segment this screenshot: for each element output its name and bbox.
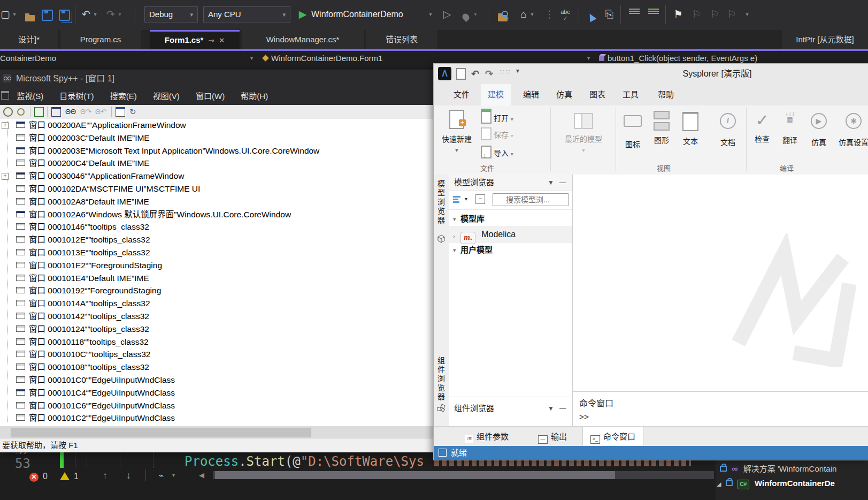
tree-row[interactable]: 窗口 0001014A“”tooltips_class32	[0, 297, 433, 310]
log-messages-icon[interactable]	[3, 107, 13, 117]
tree-row[interactable]: +窗口 000200AE“”ApplicationFrameWindow	[0, 119, 433, 132]
tree-row[interactable]: 窗口 000101C0“”EdgeUiInputWndClass	[0, 374, 433, 387]
solution-explorer-icon[interactable]: ⌂	[518, 7, 529, 21]
tree-row[interactable]: 窗口 00010108“”tooltips_class32	[0, 361, 433, 374]
indent-increase-icon[interactable]	[648, 7, 659, 21]
prev-bookmark-icon[interactable]: ⚐	[691, 7, 702, 21]
tab-component-parameters[interactable]: ⁝≡组件参数	[465, 427, 509, 446]
copy-structure-icon[interactable]: ⎘	[603, 7, 615, 21]
cleanup-dropdown-icon[interactable]: ▾	[172, 472, 175, 478]
spy-titlebar[interactable]: Microsoft Spy++ - [窗口 1]	[0, 70, 433, 87]
spell-check-icon[interactable]: abc✓	[557, 7, 573, 22]
solution-configuration-select[interactable]: Debug▾	[144, 6, 198, 22]
windows-tree-icon[interactable]	[34, 107, 44, 117]
breadcrumb-project-dropdown-icon[interactable]: ▾	[250, 53, 253, 64]
menu-tree[interactable]: 目录树(T)	[59, 92, 94, 101]
tree-row[interactable]: 窗口 0002003C“Default IME”IME	[0, 132, 433, 145]
tab-designer[interactable]: 设计]*	[0, 30, 58, 49]
open-button[interactable]: 打开 ▾	[481, 109, 513, 125]
bookmarks-dropdown-icon[interactable]: ▾	[744, 7, 750, 21]
tab-chart[interactable]: 图表	[585, 84, 610, 105]
menu-view[interactable]: 视图(V)	[153, 92, 180, 101]
undo-icon[interactable]: ↶	[471, 68, 479, 80]
code-line[interactable]: Process.Start(@"D:\SoftWare\Sys	[185, 454, 424, 469]
new-project-icon[interactable]: ▢	[0, 7, 11, 21]
stop-log-icon[interactable]	[17, 108, 25, 116]
save-all-icon[interactable]	[58, 7, 71, 21]
binoculars-icon[interactable]: ΘΘ	[65, 107, 75, 117]
tab-form1-cs[interactable]: Form1.cs*⊸✕	[150, 30, 240, 49]
check-button[interactable]: ✓ 检查	[749, 108, 775, 144]
errors-badge[interactable]: ✕	[29, 472, 39, 482]
tree-row[interactable]: +窗口 00030046“”ApplicationFrameWindow	[0, 170, 433, 183]
grid-icon[interactable]: ⁙⁙	[499, 68, 512, 76]
import-button[interactable]: ↓ 导入 ▾	[481, 145, 513, 161]
toggle-bookmark-icon[interactable]: ⚑	[673, 7, 683, 21]
breadcrumb-member-dropdown-icon[interactable]: ▾	[587, 53, 590, 64]
menu-window[interactable]: 窗口(W)	[196, 92, 225, 101]
panel-minimize-icon[interactable]: —	[559, 400, 566, 416]
scroll-left-icon[interactable]: ◀	[199, 471, 204, 479]
tree-row[interactable]: 窗口 00010146“”tooltips_class32	[0, 221, 433, 233]
sysplorer-titlebar[interactable]: Λ ↶ ↷ ⁙⁙ ▼ Sysplorer [演示版]	[434, 64, 868, 84]
find-in-files-icon[interactable]	[496, 7, 509, 21]
tree-section-user-models[interactable]: ▾用户模型	[449, 243, 572, 257]
tab-modeling[interactable]: 建模	[481, 84, 511, 105]
find-prev-icon[interactable]: Θ↶	[95, 107, 105, 117]
redo-dropdown-icon[interactable]: ▾	[117, 7, 122, 21]
clear-bookmarks-icon[interactable]: ⚐	[726, 7, 737, 21]
close-tab-icon[interactable]: ✕	[219, 36, 225, 44]
text-view-button[interactable]: 文本	[678, 108, 703, 146]
indent-decrease-icon[interactable]	[629, 7, 640, 21]
diagram-view-button[interactable]: 图形	[649, 108, 674, 145]
prev-error-icon[interactable]: ↑	[103, 470, 107, 481]
project-row[interactable]: ◢ C# WinformContainerDe	[717, 479, 835, 489]
tree-layout-icon[interactable]	[453, 195, 460, 204]
new-dropdown-icon[interactable]: ▾	[12, 7, 17, 21]
hot-reload-icon[interactable]	[461, 7, 471, 21]
save-button[interactable]: 保存 ▾	[481, 127, 513, 143]
tree-row[interactable]: 窗口 000101E2“”ForegroundStaging	[0, 259, 433, 272]
pin-tab-icon[interactable]: ⊸	[208, 36, 214, 44]
run-target-dropdown-icon[interactable]: ▾	[428, 7, 433, 21]
tab-command-window[interactable]: >_命令窗口	[582, 427, 643, 446]
undo-icon[interactable]: ↶	[80, 7, 92, 21]
expander-plus-icon[interactable]: +	[2, 173, 9, 180]
properties-icon[interactable]	[116, 107, 125, 117]
start-debug-icon[interactable]: ▶	[297, 7, 308, 21]
menu-monitor[interactable]: 监视(S)	[17, 92, 43, 101]
tree-row[interactable]: 窗口 000102A6“Windows 默认锁屏界面”Windows.UI.Co…	[0, 208, 433, 221]
tab-file[interactable]: 文件	[449, 84, 474, 105]
breadcrumb-type[interactable]: WinformContainerDemo.Form1	[263, 53, 382, 64]
next-error-icon[interactable]: ↓	[126, 470, 131, 481]
tree-row[interactable]: 窗口 000102A8“Default IME”IME	[0, 195, 433, 208]
start-without-debug-icon[interactable]: ▷	[442, 7, 452, 21]
tree-row[interactable]: 窗口 00010124“”tooltips_class32	[0, 323, 433, 336]
qat-dropdown-icon[interactable]: ▼	[515, 68, 520, 74]
tab-windowmanager-cs[interactable]: WindowManager.cs*	[242, 30, 364, 49]
command-prompt[interactable]: >>	[573, 409, 868, 422]
spy-hscroll-thumb[interactable]	[11, 428, 311, 437]
hot-reload-dropdown-icon[interactable]: ▾	[473, 7, 478, 21]
tree-row[interactable]: 窗口 0002003E“Microsoft Text Input Applica…	[0, 145, 433, 157]
translate-button[interactable]: ↓↓↓▦ 翻译	[777, 108, 803, 145]
menu-help[interactable]: 帮助(H)	[241, 92, 268, 101]
tab-intptr-metadata[interactable]: IntPtr [从元数据]	[782, 30, 868, 49]
tree-row[interactable]: 窗口 0001013E“”tooltips_class32	[0, 246, 433, 259]
tab-program-cs[interactable]: Program.cs	[60, 30, 141, 49]
panel-dropdown-icon[interactable]: ▼	[548, 400, 554, 416]
spy-window-tree[interactable]: +窗口 000200AE“”ApplicationFrameWindow窗口 0…	[0, 119, 433, 426]
find-next-icon[interactable]: Θ↷	[80, 107, 90, 117]
solution-platform-select[interactable]: Any CPU▾	[203, 6, 290, 22]
expand-arrow-icon[interactable]: ◢	[717, 481, 721, 487]
warnings-badge[interactable]	[60, 472, 70, 482]
tab-tools[interactable]: 工具	[618, 84, 643, 105]
tree-row[interactable]: 窗口 0001012E“”tooltips_class32	[0, 233, 433, 246]
save-icon[interactable]	[41, 7, 53, 21]
documentation-button[interactable]: i 文档	[714, 108, 742, 147]
tab-simulation[interactable]: 仿真	[551, 84, 577, 105]
simulate-button[interactable]: ▶ 仿真	[806, 108, 832, 147]
tree-row[interactable]: 窗口 00010118“”tooltips_class32	[0, 336, 433, 349]
tree-row[interactable]: 窗口 00010142“”tooltips_class32	[0, 310, 433, 323]
redo-icon[interactable]: ↷	[105, 7, 117, 21]
